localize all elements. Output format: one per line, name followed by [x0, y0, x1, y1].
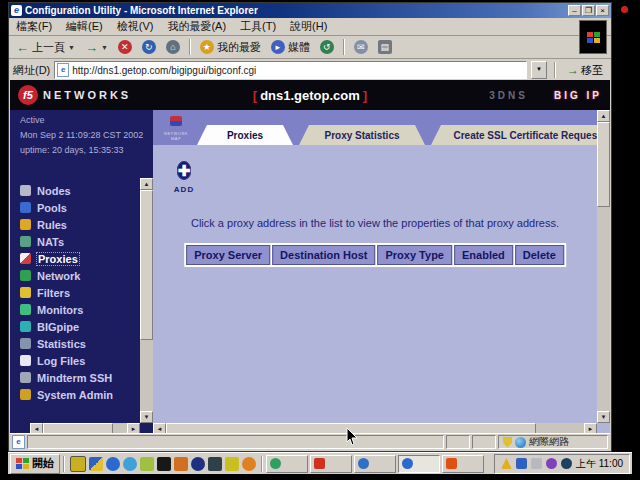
task-button[interactable]	[310, 455, 352, 473]
quicklaunch-icon[interactable]	[242, 457, 256, 471]
back-button[interactable]: ← 上一頁 ▼	[12, 39, 79, 56]
sidebar-item-mindterm-ssh[interactable]: Mindterm SSH	[20, 369, 137, 386]
ie-throbber	[579, 20, 607, 54]
quicklaunch-icon[interactable]	[174, 457, 188, 471]
print-button[interactable]: ▤	[374, 39, 396, 55]
link-3dns[interactable]: 3DNS	[489, 90, 528, 101]
sidebar-item-rules[interactable]: Rules	[20, 216, 137, 233]
sidebar-item-nats[interactable]: NATs	[20, 233, 137, 250]
sidebar-item-label: Monitors	[37, 304, 83, 316]
close-button[interactable]: ×	[596, 5, 609, 16]
sidebar-item-statistics[interactable]: Statistics	[20, 335, 137, 352]
network-map-button[interactable]: NETWORK MAP	[159, 112, 193, 141]
maximize-button[interactable]: ❐	[582, 5, 595, 16]
tray-icon[interactable]	[561, 458, 572, 469]
f5-site-header: f5 NETWORKS [dns1.getop.com] 3DNS BIG IP	[10, 80, 610, 110]
nodes-icon	[20, 185, 31, 196]
ie-quicklaunch-icon[interactable]	[106, 457, 120, 471]
sidebar-item-label: Network	[37, 270, 80, 282]
sidebar-item-monitors[interactable]: Monitors	[20, 301, 137, 318]
taskbar-clock[interactable]: 上午 11:00	[576, 457, 623, 471]
tab-create-ssl-certificate-request[interactable]: Create SSL Certificate Request	[431, 125, 597, 145]
menu-help[interactable]: 說明(H)	[283, 19, 334, 34]
menu-file[interactable]: 檔案(F)	[9, 19, 59, 34]
sidebar-vertical-scrollbar[interactable]: ▲ ▼	[140, 178, 153, 423]
quicklaunch-icon[interactable]	[123, 457, 137, 471]
menu-tools[interactable]: 工具(T)	[233, 19, 283, 34]
internet-globe-icon	[515, 437, 526, 448]
sidebar-item-nodes[interactable]: Nodes	[20, 182, 137, 199]
add-icon: ✚	[177, 161, 192, 180]
security-zone-pane: 網際網路	[498, 435, 608, 449]
tab-proxies[interactable]: Proxies	[197, 125, 293, 145]
back-arrow-icon: ←	[16, 40, 29, 55]
tray-icon[interactable]	[546, 458, 557, 469]
scroll-down-icon[interactable]: ▼	[597, 411, 610, 423]
sidebar-item-label: NATs	[37, 236, 64, 248]
scroll-up-icon[interactable]: ▲	[140, 178, 153, 190]
tray-icon[interactable]	[516, 458, 527, 469]
quicklaunch-icon[interactable]	[70, 456, 86, 472]
favorites-label: 我的最愛	[217, 40, 261, 55]
sidebar-item-network[interactable]: Network	[20, 267, 137, 284]
network-icon	[20, 270, 31, 281]
address-input[interactable]: e http://dns1.getop.com/bigipgui/bigconf…	[54, 61, 527, 79]
sidebar-item-label: Proxies	[37, 253, 79, 265]
instruction-text: Click a proxy address in the list to vie…	[153, 217, 597, 229]
tray-icon[interactable]	[531, 458, 542, 469]
sidebar-item-proxies[interactable]: Proxies	[20, 250, 137, 267]
refresh-button[interactable]: ↻	[138, 39, 160, 55]
column-delete: Delete	[515, 245, 564, 265]
content-vertical-scrollbar[interactable]: ▲ ▼	[597, 110, 610, 423]
quicklaunch-icon[interactable]	[89, 457, 103, 471]
start-button[interactable]: 開始	[10, 454, 60, 474]
task-buttons	[266, 455, 484, 473]
scroll-up-icon[interactable]: ▲	[597, 110, 610, 122]
add-proxy-button[interactable]: ✚ ADD	[169, 158, 199, 194]
tray-icon[interactable]	[501, 458, 512, 469]
menu-favorites[interactable]: 我的最愛(A)	[160, 19, 233, 34]
forward-button[interactable]: → ▼	[81, 39, 112, 56]
sidebar-item-label: System Admin	[37, 389, 113, 401]
quicklaunch-icon[interactable]	[191, 457, 205, 471]
network-map-label: NETWORK MAP	[159, 131, 193, 141]
minimize-button[interactable]: –	[568, 5, 581, 16]
mail-button[interactable]: ✉	[350, 39, 372, 55]
sidebar-item-bigpipe[interactable]: BIGpipe	[20, 318, 137, 335]
link-bigip[interactable]: BIG IP	[554, 90, 602, 101]
sidebar-item-log-files[interactable]: Log Files	[20, 352, 137, 369]
quicklaunch-icon[interactable]	[157, 457, 171, 471]
go-button[interactable]: → 移至	[563, 62, 607, 79]
ie-window-icon: e	[11, 5, 22, 16]
task-icon	[270, 458, 281, 469]
address-label: 網址(D)	[13, 63, 50, 78]
scroll-down-icon[interactable]: ▼	[140, 411, 153, 423]
task-button[interactable]	[266, 455, 308, 473]
forward-dropdown-icon[interactable]: ▼	[101, 44, 108, 51]
media-button[interactable]: ▸ 媒體	[267, 39, 314, 56]
sidebar-item-filters[interactable]: Filters	[20, 284, 137, 301]
scrollbar-thumb[interactable]	[597, 122, 610, 207]
favorites-button[interactable]: ★ 我的最愛	[196, 39, 265, 56]
task-button[interactable]	[442, 455, 484, 473]
log-files-icon	[20, 355, 31, 366]
menu-view[interactable]: 檢視(V)	[110, 19, 161, 34]
sidebar-item-system-admin[interactable]: System Admin	[20, 386, 137, 403]
scrollbar-thumb[interactable]	[140, 190, 153, 340]
active-task-button[interactable]	[398, 455, 440, 473]
sidebar-item-label: Nodes	[37, 185, 71, 197]
quicklaunch-icon[interactable]	[140, 457, 154, 471]
quicklaunch-icon[interactable]	[225, 457, 239, 471]
address-dropdown-button[interactable]: ▼	[531, 61, 547, 79]
sidebar-item-label: Statistics	[37, 338, 86, 350]
stop-button[interactable]: ✕	[114, 39, 136, 55]
task-button[interactable]	[354, 455, 396, 473]
sidebar-item-pools[interactable]: Pools	[20, 199, 137, 216]
tab-proxy-statistics[interactable]: Proxy Statistics	[299, 125, 425, 145]
system-admin-icon	[20, 389, 31, 400]
back-dropdown-icon[interactable]: ▼	[68, 44, 75, 51]
menu-edit[interactable]: 編輯(E)	[59, 19, 110, 34]
history-button[interactable]: ↺	[316, 39, 338, 55]
quicklaunch-icon[interactable]	[208, 457, 222, 471]
home-button[interactable]: ⌂	[162, 39, 184, 55]
